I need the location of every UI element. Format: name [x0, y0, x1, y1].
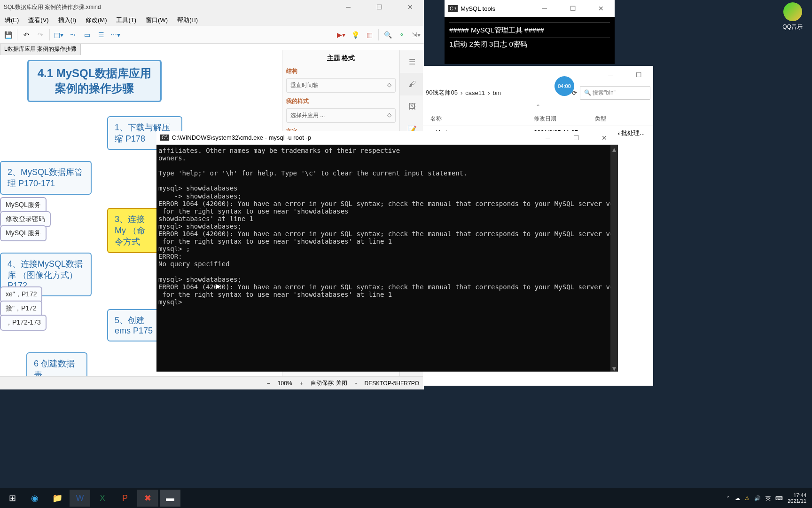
brush-icon[interactable]: 🖌 — [400, 73, 424, 95]
zoom-level: 100% — [278, 380, 292, 387]
mysql-tools-titlebar[interactable]: C:\ MySQL tools ─ ☐ ✕ — [445, 0, 615, 17]
node-2b[interactable]: 修改登录密码 — [0, 211, 51, 227]
taskbar-xmind[interactable]: ✖ — [137, 490, 158, 507]
zoom-in-icon[interactable]: + — [300, 380, 303, 387]
image-icon[interactable]: 🖼 — [400, 95, 424, 118]
col-name[interactable]: 名称 — [428, 115, 531, 123]
export-icon[interactable]: ⇲▾ — [411, 30, 421, 40]
taskbar-edge[interactable]: ◉ — [24, 490, 45, 507]
tray-volume-icon[interactable]: 🔊 — [754, 495, 761, 501]
xmind-titlebar[interactable]: SQL数据库应用 案例的操作步骤.xmind ─ ☐ ✕ — [0, 0, 424, 14]
menu-edit[interactable]: 辑(E) — [2, 15, 22, 25]
relation-icon[interactable]: ⤳ — [68, 30, 78, 40]
xmind-toolbar: 💾 ↶ ↷ ▤▾ ⤳ ▭ ☰ ⋯▾ ▶▾ 💡 ▦ 🔍 ⚬ ⇲▾ — [0, 26, 424, 44]
crumb-0[interactable]: 90钱老师05 — [426, 88, 458, 97]
tray-time[interactable]: 17:44 — [788, 492, 806, 498]
start-button[interactable]: ⊞ — [2, 490, 23, 507]
qq-music-shortcut[interactable]: QQ音乐 — [782, 2, 803, 31]
dropdown-icon: ◇ — [387, 81, 391, 89]
format-title: 主题 格式 — [286, 54, 396, 63]
mysql-tools-body[interactable]: ##### MySQL管理工具 ##### 1启动 2关闭 3日志 0密码 — [445, 17, 615, 55]
crumb-2[interactable]: bin — [493, 89, 501, 96]
node-4c[interactable]: ，P172-173 — [0, 315, 47, 331]
mysql-tools-window: C:\ MySQL tools ─ ☐ ✕ ##### MySQL管理工具 ##… — [445, 0, 615, 64]
tray-cloud-icon[interactable]: ☁ — [735, 495, 740, 501]
maximize-icon[interactable]: ☐ — [563, 5, 583, 12]
xmind-statusbar: − 100% + 自动保存: 关闭 ◦ DESKTOP-5HFR7PO — [0, 376, 424, 389]
share-icon[interactable]: ⚬ — [397, 30, 407, 40]
maximize-icon[interactable]: ☐ — [369, 3, 389, 11]
save-icon[interactable]: 💾 — [3, 30, 13, 40]
crumb-1[interactable]: case11 — [465, 89, 485, 96]
close-icon[interactable]: ✕ — [594, 134, 614, 142]
taskbar-excel[interactable]: X — [92, 490, 113, 507]
cmd-output[interactable]: affiliates. Other names may be trademark… — [156, 145, 618, 372]
redo-icon[interactable]: ↷ — [35, 30, 46, 40]
node-2c[interactable]: MySQL服务 — [0, 225, 47, 241]
tray-chevron-icon[interactable]: ⌃ — [726, 495, 730, 501]
node-main[interactable]: 4.1 MySQL数据库应用案例的操作步骤 — [27, 60, 162, 102]
format-struct-select[interactable]: 垂直时间轴◇ — [286, 78, 396, 93]
taskbar: ⊞ ◉ 📁 W X P ✖ ▬ ⌃ ☁ ⚠ 🔊 英 ⌨ 17:44 2021/1… — [0, 488, 812, 508]
maximize-icon[interactable]: ☐ — [566, 134, 586, 142]
boundary-icon[interactable]: ▭ — [82, 30, 92, 40]
qq-music-icon — [783, 2, 802, 21]
taskbar-powerpoint[interactable]: P — [115, 490, 135, 507]
gantt-icon[interactable]: ▦ — [364, 30, 375, 40]
outline-icon[interactable]: ☰ — [400, 50, 424, 73]
close-icon[interactable]: ✕ — [400, 3, 420, 11]
structure-icon[interactable]: ▤▾ — [54, 30, 64, 40]
summary-icon[interactable]: ☰ — [96, 30, 106, 40]
minimize-icon[interactable]: ─ — [338, 3, 358, 11]
search-icon[interactable]: 🔍 — [383, 30, 393, 40]
xmind-menubar: 辑(E) 查看(V) 插入(I) 修改(M) 工具(T) 窗口(W) 帮助(H) — [0, 14, 424, 26]
node-2[interactable]: 2、MySQL数据库管理 P170-171 — [0, 161, 92, 195]
present-icon[interactable]: ▶▾ — [336, 30, 346, 40]
cmd-titlebar[interactable]: C:\ C:\WINDOWS\system32\cmd.exe - mysql … — [156, 131, 618, 145]
menu-view[interactable]: 查看(V) — [25, 15, 51, 25]
menu-modify[interactable]: 修改(M) — [83, 15, 110, 25]
close-icon[interactable]: ✕ — [591, 5, 611, 12]
tray-net-icon[interactable]: ⚠ — [745, 495, 750, 501]
breadcrumb[interactable]: 90钱老师05› case11› bin ⌄ ⟳ — [426, 88, 577, 97]
undo-icon[interactable]: ↶ — [21, 30, 31, 40]
more-icon[interactable]: ⋯▾ — [110, 30, 120, 40]
node-4b[interactable]: 接"，P172 — [0, 301, 42, 317]
xmind-title: SQL数据库应用 案例的操作步骤.xmind — [4, 3, 101, 11]
col-type[interactable]: 类型 — [592, 115, 648, 123]
menu-help[interactable]: 帮助(H) — [174, 15, 201, 25]
zoom-out-icon[interactable]: − — [267, 380, 270, 387]
node-3[interactable]: 3、连接My （命令方式 — [107, 208, 160, 253]
host-name: DESKTOP-5HFR7PO — [365, 380, 419, 387]
node-4a[interactable]: xe"，P172 — [0, 286, 42, 302]
explorer-search[interactable]: 🔍 搜索"bin" — [580, 86, 650, 100]
search-placeholder: 搜索"bin" — [593, 89, 616, 96]
minimize-icon[interactable]: ─ — [535, 5, 554, 12]
format-style-select[interactable]: 选择并应用 ...◇ — [286, 108, 396, 123]
minimize-icon[interactable]: ─ — [601, 71, 620, 79]
idea-icon[interactable]: 💡 — [350, 30, 360, 40]
explorer-titlebar[interactable]: ─ ☐ — [423, 66, 653, 84]
menu-window[interactable]: 窗口(W) — [143, 15, 171, 25]
node-6[interactable]: 6 创建数据表 — [26, 352, 87, 376]
minimize-icon[interactable]: ─ — [538, 134, 558, 142]
tray-keyboard-icon[interactable]: ⌨ — [775, 495, 783, 501]
col-date[interactable]: 修改日期 — [531, 115, 592, 123]
tools-header: ##### MySQL管理工具 ##### — [449, 23, 610, 38]
node-5[interactable]: 5、创建ems P175 — [107, 309, 164, 341]
tray-date[interactable]: 2021/11 — [788, 498, 806, 504]
collapse-icon[interactable]: ⌃ — [423, 102, 653, 112]
qq-music-label: QQ音乐 — [782, 23, 803, 31]
taskbar-word[interactable]: W — [70, 490, 90, 507]
xmind-tab[interactable]: L数据库应用 案例的操作步骤 — [0, 44, 81, 55]
maximize-icon[interactable]: ☐ — [629, 71, 648, 79]
tray-ime[interactable]: 英 — [765, 495, 771, 502]
mysql-tools-title: MySQL tools — [461, 5, 495, 12]
taskbar-explorer[interactable]: 📁 — [47, 490, 68, 507]
menu-insert[interactable]: 插入(I) — [55, 15, 79, 25]
countdown-badge[interactable]: 04:00 — [554, 76, 574, 96]
menu-tools[interactable]: 工具(T) — [113, 15, 139, 25]
node-2a[interactable]: MySQL服务 — [0, 197, 47, 213]
cmd-scrollbar[interactable]: ▴ ▾ — [610, 145, 618, 372]
taskbar-cmd[interactable]: ▬ — [160, 490, 180, 507]
